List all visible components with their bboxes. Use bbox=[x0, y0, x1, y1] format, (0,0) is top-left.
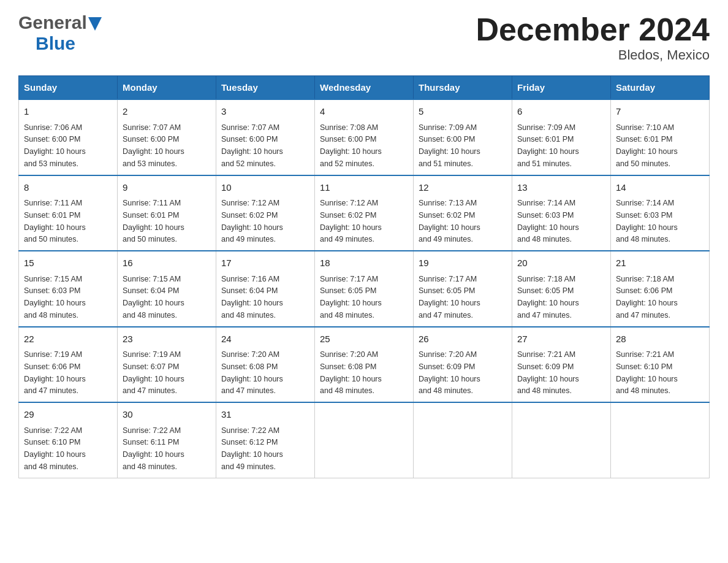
day-info: Sunrise: 7:22 AMSunset: 6:10 PMDaylight:… bbox=[24, 426, 86, 471]
calendar-cell: 9Sunrise: 7:11 AMSunset: 6:01 PMDaylight… bbox=[118, 175, 216, 251]
day-info: Sunrise: 7:14 AMSunset: 6:03 PMDaylight:… bbox=[616, 199, 678, 243]
page-header: General Blue December 2024 Bledos, Mexic… bbox=[18, 12, 710, 63]
day-info: Sunrise: 7:17 AMSunset: 6:05 PMDaylight:… bbox=[419, 275, 480, 320]
calendar-cell: 10Sunrise: 7:12 AMSunset: 6:02 PMDayligh… bbox=[216, 175, 315, 251]
header-tuesday: Tuesday bbox=[216, 76, 315, 100]
day-number: 30 bbox=[123, 408, 211, 422]
calendar-week-4: 22Sunrise: 7:19 AMSunset: 6:06 PMDayligh… bbox=[19, 327, 710, 403]
day-number: 31 bbox=[221, 408, 309, 422]
day-number: 29 bbox=[24, 408, 112, 422]
day-info: Sunrise: 7:06 AMSunset: 6:00 PMDaylight:… bbox=[24, 123, 86, 168]
day-info: Sunrise: 7:12 AMSunset: 6:02 PMDaylight:… bbox=[221, 199, 283, 243]
calendar-cell: 28Sunrise: 7:21 AMSunset: 6:10 PMDayligh… bbox=[611, 327, 710, 403]
calendar-cell bbox=[512, 402, 611, 478]
day-info: Sunrise: 7:13 AMSunset: 6:02 PMDaylight:… bbox=[419, 199, 480, 243]
day-info: Sunrise: 7:14 AMSunset: 6:03 PMDaylight:… bbox=[517, 199, 579, 243]
day-info: Sunrise: 7:22 AMSunset: 6:11 PMDaylight:… bbox=[123, 426, 184, 471]
day-number: 5 bbox=[419, 105, 507, 119]
calendar-week-2: 8Sunrise: 7:11 AMSunset: 6:01 PMDaylight… bbox=[19, 175, 710, 251]
day-number: 6 bbox=[517, 105, 605, 119]
day-info: Sunrise: 7:17 AMSunset: 6:05 PMDaylight:… bbox=[320, 275, 382, 320]
calendar-cell: 15Sunrise: 7:15 AMSunset: 6:03 PMDayligh… bbox=[19, 251, 118, 327]
day-info: Sunrise: 7:21 AMSunset: 6:10 PMDaylight:… bbox=[616, 350, 678, 395]
header-friday: Friday bbox=[512, 76, 611, 100]
calendar-cell: 7Sunrise: 7:10 AMSunset: 6:01 PMDaylight… bbox=[611, 99, 710, 175]
day-number: 27 bbox=[517, 332, 605, 347]
day-info: Sunrise: 7:20 AMSunset: 6:08 PMDaylight:… bbox=[221, 350, 283, 395]
day-info: Sunrise: 7:22 AMSunset: 6:12 PMDaylight:… bbox=[221, 426, 283, 471]
calendar-cell: 11Sunrise: 7:12 AMSunset: 6:02 PMDayligh… bbox=[315, 175, 414, 251]
day-info: Sunrise: 7:16 AMSunset: 6:04 PMDaylight:… bbox=[221, 275, 283, 320]
calendar-cell: 8Sunrise: 7:11 AMSunset: 6:01 PMDaylight… bbox=[19, 175, 118, 251]
calendar-week-1: 1Sunrise: 7:06 AMSunset: 6:00 PMDaylight… bbox=[19, 99, 710, 175]
logo: General Blue bbox=[18, 12, 102, 54]
calendar-cell bbox=[414, 402, 512, 478]
calendar-cell: 17Sunrise: 7:16 AMSunset: 6:04 PMDayligh… bbox=[216, 251, 315, 327]
day-info: Sunrise: 7:15 AMSunset: 6:03 PMDaylight:… bbox=[24, 275, 86, 320]
day-number: 13 bbox=[517, 181, 605, 195]
day-number: 17 bbox=[221, 256, 309, 270]
logo-blue-text: Blue bbox=[36, 33, 75, 54]
calendar-cell: 27Sunrise: 7:21 AMSunset: 6:09 PMDayligh… bbox=[512, 327, 611, 403]
day-info: Sunrise: 7:15 AMSunset: 6:04 PMDaylight:… bbox=[123, 275, 184, 320]
day-number: 25 bbox=[320, 332, 408, 347]
day-number: 20 bbox=[517, 256, 605, 270]
header-thursday: Thursday bbox=[414, 76, 512, 100]
day-info: Sunrise: 7:11 AMSunset: 6:01 PMDaylight:… bbox=[24, 199, 86, 243]
calendar-cell: 4Sunrise: 7:08 AMSunset: 6:00 PMDaylight… bbox=[315, 99, 414, 175]
day-number: 15 bbox=[24, 256, 112, 270]
day-info: Sunrise: 7:18 AMSunset: 6:06 PMDaylight:… bbox=[616, 275, 678, 320]
calendar-cell: 1Sunrise: 7:06 AMSunset: 6:00 PMDaylight… bbox=[19, 99, 118, 175]
day-info: Sunrise: 7:20 AMSunset: 6:09 PMDaylight:… bbox=[419, 350, 480, 395]
header-monday: Monday bbox=[118, 76, 216, 100]
day-number: 4 bbox=[320, 105, 408, 119]
day-info: Sunrise: 7:07 AMSunset: 6:00 PMDaylight:… bbox=[221, 123, 283, 168]
calendar-cell: 14Sunrise: 7:14 AMSunset: 6:03 PMDayligh… bbox=[611, 175, 710, 251]
day-number: 11 bbox=[320, 181, 408, 195]
day-number: 3 bbox=[221, 105, 309, 119]
day-info: Sunrise: 7:08 AMSunset: 6:00 PMDaylight:… bbox=[320, 123, 382, 168]
calendar-cell: 3Sunrise: 7:07 AMSunset: 6:00 PMDaylight… bbox=[216, 99, 315, 175]
day-info: Sunrise: 7:19 AMSunset: 6:07 PMDaylight:… bbox=[123, 350, 184, 395]
calendar-cell: 12Sunrise: 7:13 AMSunset: 6:02 PMDayligh… bbox=[414, 175, 512, 251]
day-number: 18 bbox=[320, 256, 408, 270]
calendar-cell: 5Sunrise: 7:09 AMSunset: 6:00 PMDaylight… bbox=[414, 99, 512, 175]
calendar-title: December 2024 bbox=[476, 12, 710, 47]
day-number: 2 bbox=[123, 105, 211, 119]
day-number: 10 bbox=[221, 181, 309, 195]
calendar-cell: 22Sunrise: 7:19 AMSunset: 6:06 PMDayligh… bbox=[19, 327, 118, 403]
day-number: 9 bbox=[123, 181, 211, 195]
day-info: Sunrise: 7:09 AMSunset: 6:01 PMDaylight:… bbox=[517, 123, 579, 168]
day-number: 14 bbox=[616, 181, 704, 195]
day-info: Sunrise: 7:21 AMSunset: 6:09 PMDaylight:… bbox=[517, 350, 579, 395]
day-info: Sunrise: 7:09 AMSunset: 6:00 PMDaylight:… bbox=[419, 123, 480, 168]
calendar-cell: 26Sunrise: 7:20 AMSunset: 6:09 PMDayligh… bbox=[414, 327, 512, 403]
calendar-cell: 20Sunrise: 7:18 AMSunset: 6:05 PMDayligh… bbox=[512, 251, 611, 327]
calendar-cell: 16Sunrise: 7:15 AMSunset: 6:04 PMDayligh… bbox=[118, 251, 216, 327]
calendar-week-5: 29Sunrise: 7:22 AMSunset: 6:10 PMDayligh… bbox=[19, 402, 710, 478]
day-number: 28 bbox=[616, 332, 704, 347]
day-number: 7 bbox=[616, 105, 704, 119]
calendar-cell bbox=[315, 402, 414, 478]
day-info: Sunrise: 7:19 AMSunset: 6:06 PMDaylight:… bbox=[24, 350, 86, 395]
logo-general-text: General bbox=[18, 12, 87, 33]
calendar-cell: 25Sunrise: 7:20 AMSunset: 6:08 PMDayligh… bbox=[315, 327, 414, 403]
calendar-cell: 24Sunrise: 7:20 AMSunset: 6:08 PMDayligh… bbox=[216, 327, 315, 403]
day-number: 16 bbox=[123, 256, 211, 270]
day-number: 21 bbox=[616, 256, 704, 270]
calendar-header-row: SundayMondayTuesdayWednesdayThursdayFrid… bbox=[19, 76, 710, 100]
day-number: 8 bbox=[24, 181, 112, 195]
calendar-week-3: 15Sunrise: 7:15 AMSunset: 6:03 PMDayligh… bbox=[19, 251, 710, 327]
day-number: 12 bbox=[419, 181, 507, 195]
header-wednesday: Wednesday bbox=[315, 76, 414, 100]
day-number: 1 bbox=[24, 105, 112, 119]
day-number: 22 bbox=[24, 332, 112, 347]
day-number: 26 bbox=[419, 332, 507, 347]
header-saturday: Saturday bbox=[611, 76, 710, 100]
logo-triangle-icon bbox=[88, 17, 102, 31]
calendar-cell: 31Sunrise: 7:22 AMSunset: 6:12 PMDayligh… bbox=[216, 402, 315, 478]
calendar-cell: 13Sunrise: 7:14 AMSunset: 6:03 PMDayligh… bbox=[512, 175, 611, 251]
calendar-cell bbox=[611, 402, 710, 478]
day-info: Sunrise: 7:18 AMSunset: 6:05 PMDaylight:… bbox=[517, 275, 579, 320]
calendar-cell: 19Sunrise: 7:17 AMSunset: 6:05 PMDayligh… bbox=[414, 251, 512, 327]
